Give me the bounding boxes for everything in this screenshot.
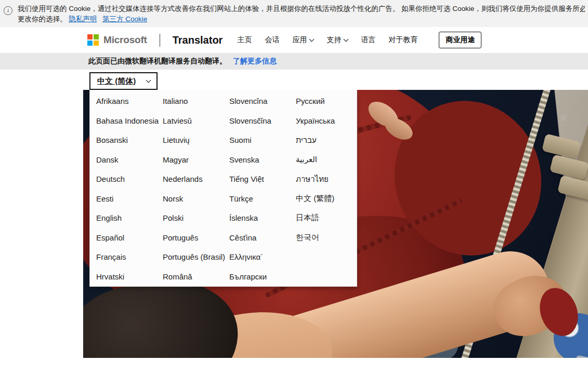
learn-more-link[interactable]: 了解更多信息 (233, 57, 277, 66)
language-option[interactable]: Magyar (156, 150, 223, 170)
language-selector-row: 中文 (简体) (0, 70, 588, 90)
language-option[interactable]: Eesti (90, 189, 156, 209)
chevron-down-icon (146, 78, 151, 83)
language-option[interactable]: Íslenska (223, 208, 290, 228)
language-column-2: ItalianoLatviesǔLietuviųMagyarNederlands… (156, 91, 223, 286)
logo-square-blue (87, 41, 93, 46)
language-option[interactable]: ภาษาไทย (290, 169, 356, 189)
language-option[interactable]: Română (156, 267, 223, 287)
third-party-cookie-link[interactable]: 第三方 Cookie (102, 15, 147, 23)
language-option[interactable]: Deutsch (90, 169, 156, 189)
nav-item-support[interactable]: 支持 (326, 35, 348, 45)
top-navbar: Microsoft Translator 主页会话应用支持语言对于教育 商业用途 (0, 27, 588, 53)
language-column-1: AfrikaansBahasa IndonesiaBosanskiDanskDe… (90, 91, 156, 286)
cookie-banner: i 我们使用可选的 Cookie，通过社交媒体连接等方式改善你在我们网站上的体验… (0, 0, 588, 27)
language-option[interactable]: עברית (290, 130, 356, 150)
app-title-translator[interactable]: Translator (173, 34, 223, 46)
language-option[interactable]: Български (223, 267, 290, 287)
nav-items: 主页会话应用支持语言对于教育 (237, 35, 430, 45)
chevron-down-icon (309, 37, 315, 42)
language-option[interactable]: 한국어 (290, 228, 356, 248)
logo-square-yellow (94, 41, 99, 46)
hero-image: AfrikaansBahasa IndonesiaBosanskiDanskDe… (83, 90, 588, 358)
microsoft-wordmark: Microsoft (103, 34, 147, 46)
language-option[interactable]: Svenska (223, 150, 290, 170)
language-option[interactable]: Italiano (156, 91, 223, 111)
language-option[interactable]: العربية (290, 150, 356, 170)
language-option[interactable]: Nederlands (156, 169, 223, 189)
cookie-message-line1: 我们使用可选的 Cookie，通过社交媒体连接等方式改善你在我们网站上的体验，并… (18, 4, 585, 14)
cookie-message-line2: 更改你的选择。 (18, 15, 67, 23)
business-use-button[interactable]: 商业用途 (439, 32, 481, 48)
language-option[interactable]: Slovencǐna (223, 91, 290, 111)
language-selector-dropdown[interactable]: 中文 (简体) (89, 72, 158, 90)
language-option[interactable]: Hrvatski (90, 267, 156, 287)
nav-item-conversation[interactable]: 会话 (265, 35, 279, 45)
privacy-statement-link[interactable]: 隐私声明 (69, 15, 97, 23)
language-option[interactable]: Türkçe (223, 189, 290, 209)
info-icon: i (4, 6, 12, 15)
microsoft-logo[interactable]: Microsoft (87, 34, 147, 46)
language-option[interactable]: Português (Brasil) (156, 247, 223, 267)
language-option[interactable]: 日本語 (290, 208, 356, 228)
machine-translation-notice: 此页面已由微软翻译机翻译服务自动翻译。 了解更多信息 (0, 53, 588, 70)
cookie-text: 我们使用可选的 Cookie，通过社交媒体连接等方式改善你在我们网站上的体验，并… (18, 4, 585, 24)
language-dropdown-menu: AfrikaansBahasa IndonesiaBosanskiDanskDe… (89, 90, 357, 287)
language-option[interactable]: Tiếng Việt (223, 169, 290, 189)
language-option[interactable]: Cěsťina (223, 228, 290, 248)
language-option[interactable]: Português (156, 228, 223, 248)
language-option[interactable]: Українська (290, 111, 356, 131)
chevron-down-icon (344, 37, 349, 42)
language-option[interactable]: 中文 (繁體) (290, 189, 356, 209)
language-option[interactable]: Polski (156, 208, 223, 228)
nav-item-home[interactable]: 主页 (237, 35, 252, 45)
language-option[interactable]: Norsk (156, 189, 223, 209)
language-option[interactable]: Dansk (90, 150, 156, 170)
nav-item-languages[interactable]: 语言 (361, 35, 375, 45)
nav-item-apps[interactable]: 应用 (292, 35, 313, 45)
language-option[interactable]: Bosanski (90, 130, 156, 150)
language-option[interactable]: Slovensčǐna (223, 111, 290, 131)
logo-square-green (94, 34, 99, 39)
language-option[interactable]: Bahasa Indonesia (90, 111, 156, 131)
language-column-4: РусскийУкраїнськаעבריתالعربيةภาษาไทย中文 (… (290, 91, 356, 286)
language-option[interactable]: Lietuvių (156, 130, 223, 150)
language-option[interactable]: Ελληνικα´ (223, 247, 290, 267)
nav-item-for-education[interactable]: 对于教育 (388, 35, 417, 45)
nav-divider (160, 34, 160, 47)
language-option[interactable]: Latviesǔ (156, 111, 223, 131)
language-option[interactable]: Afrikaans (90, 91, 156, 111)
microsoft-logo-icon (87, 34, 99, 46)
selected-language-label: 中文 (简体) (97, 76, 136, 86)
language-option[interactable]: Suomi (223, 130, 290, 150)
language-column-3: SlovencǐnaSlovensčǐnaSuomiSvenskaTiếng V… (223, 91, 290, 286)
language-option[interactable]: Español (90, 228, 156, 248)
language-option[interactable]: Русский (290, 91, 356, 111)
language-option[interactable]: English (90, 208, 156, 228)
logo-square-red (87, 34, 93, 39)
language-option[interactable]: Français (90, 247, 156, 267)
notice-text: 此页面已由微软翻译机翻译服务自动翻译。 (88, 57, 227, 66)
